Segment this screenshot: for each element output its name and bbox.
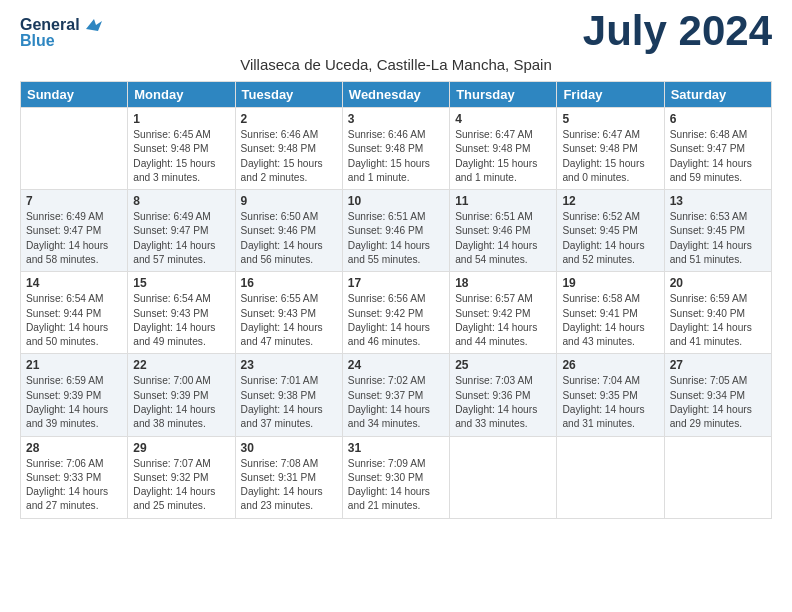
- day-number: 15: [133, 276, 229, 290]
- calendar-day-cell: 12Sunrise: 6:52 AM Sunset: 9:45 PM Dayli…: [557, 190, 664, 272]
- day-info: Sunrise: 6:51 AM Sunset: 9:46 PM Dayligh…: [348, 210, 444, 267]
- day-info: Sunrise: 6:52 AM Sunset: 9:45 PM Dayligh…: [562, 210, 658, 267]
- day-number: 26: [562, 358, 658, 372]
- calendar-day-cell: 30Sunrise: 7:08 AM Sunset: 9:31 PM Dayli…: [235, 436, 342, 518]
- calendar-day-cell: 28Sunrise: 7:06 AM Sunset: 9:33 PM Dayli…: [21, 436, 128, 518]
- logo-text-blue: Blue: [20, 32, 104, 50]
- calendar-week-row: 7Sunrise: 6:49 AM Sunset: 9:47 PM Daylig…: [21, 190, 772, 272]
- calendar-day-cell: 17Sunrise: 6:56 AM Sunset: 9:42 PM Dayli…: [342, 272, 449, 354]
- day-info: Sunrise: 7:07 AM Sunset: 9:32 PM Dayligh…: [133, 457, 229, 514]
- day-info: Sunrise: 7:04 AM Sunset: 9:35 PM Dayligh…: [562, 374, 658, 431]
- day-info: Sunrise: 6:49 AM Sunset: 9:47 PM Dayligh…: [26, 210, 122, 267]
- day-info: Sunrise: 6:54 AM Sunset: 9:43 PM Dayligh…: [133, 292, 229, 349]
- day-info: Sunrise: 7:00 AM Sunset: 9:39 PM Dayligh…: [133, 374, 229, 431]
- calendar-day-cell: 1Sunrise: 6:45 AM Sunset: 9:48 PM Daylig…: [128, 108, 235, 190]
- calendar-day-cell: 11Sunrise: 6:51 AM Sunset: 9:46 PM Dayli…: [450, 190, 557, 272]
- location-title: Villaseca de Uceda, Castille-La Mancha, …: [20, 56, 772, 73]
- day-number: 14: [26, 276, 122, 290]
- day-number: 27: [670, 358, 766, 372]
- day-number: 25: [455, 358, 551, 372]
- calendar-day-cell: 13Sunrise: 6:53 AM Sunset: 9:45 PM Dayli…: [664, 190, 771, 272]
- day-number: 4: [455, 112, 551, 126]
- weekday-header-thursday: Thursday: [450, 82, 557, 108]
- day-info: Sunrise: 6:49 AM Sunset: 9:47 PM Dayligh…: [133, 210, 229, 267]
- day-info: Sunrise: 7:01 AM Sunset: 9:38 PM Dayligh…: [241, 374, 337, 431]
- day-info: Sunrise: 6:53 AM Sunset: 9:45 PM Dayligh…: [670, 210, 766, 267]
- calendar-day-cell: 8Sunrise: 6:49 AM Sunset: 9:47 PM Daylig…: [128, 190, 235, 272]
- day-info: Sunrise: 6:58 AM Sunset: 9:41 PM Dayligh…: [562, 292, 658, 349]
- calendar-day-cell: 7Sunrise: 6:49 AM Sunset: 9:47 PM Daylig…: [21, 190, 128, 272]
- calendar-week-row: 1Sunrise: 6:45 AM Sunset: 9:48 PM Daylig…: [21, 108, 772, 190]
- day-info: Sunrise: 6:46 AM Sunset: 9:48 PM Dayligh…: [348, 128, 444, 185]
- day-number: 12: [562, 194, 658, 208]
- day-number: 24: [348, 358, 444, 372]
- svg-marker-0: [86, 19, 102, 31]
- calendar-header-row: SundayMondayTuesdayWednesdayThursdayFrid…: [21, 82, 772, 108]
- day-info: Sunrise: 6:45 AM Sunset: 9:48 PM Dayligh…: [133, 128, 229, 185]
- calendar-day-cell: 31Sunrise: 7:09 AM Sunset: 9:30 PM Dayli…: [342, 436, 449, 518]
- calendar-day-cell: 18Sunrise: 6:57 AM Sunset: 9:42 PM Dayli…: [450, 272, 557, 354]
- day-info: Sunrise: 6:59 AM Sunset: 9:39 PM Dayligh…: [26, 374, 122, 431]
- calendar-day-cell: 9Sunrise: 6:50 AM Sunset: 9:46 PM Daylig…: [235, 190, 342, 272]
- weekday-header-wednesday: Wednesday: [342, 82, 449, 108]
- day-info: Sunrise: 7:06 AM Sunset: 9:33 PM Dayligh…: [26, 457, 122, 514]
- calendar-table: SundayMondayTuesdayWednesdayThursdayFrid…: [20, 81, 772, 519]
- day-number: 1: [133, 112, 229, 126]
- day-number: 30: [241, 441, 337, 455]
- day-number: 19: [562, 276, 658, 290]
- day-number: 31: [348, 441, 444, 455]
- calendar-day-cell: 2Sunrise: 6:46 AM Sunset: 9:48 PM Daylig…: [235, 108, 342, 190]
- weekday-header-friday: Friday: [557, 82, 664, 108]
- day-info: Sunrise: 7:09 AM Sunset: 9:30 PM Dayligh…: [348, 457, 444, 514]
- calendar-day-cell: 26Sunrise: 7:04 AM Sunset: 9:35 PM Dayli…: [557, 354, 664, 436]
- calendar-day-cell: 29Sunrise: 7:07 AM Sunset: 9:32 PM Dayli…: [128, 436, 235, 518]
- day-info: Sunrise: 7:03 AM Sunset: 9:36 PM Dayligh…: [455, 374, 551, 431]
- day-info: Sunrise: 6:55 AM Sunset: 9:43 PM Dayligh…: [241, 292, 337, 349]
- calendar-day-cell: 25Sunrise: 7:03 AM Sunset: 9:36 PM Dayli…: [450, 354, 557, 436]
- day-number: 13: [670, 194, 766, 208]
- weekday-header-tuesday: Tuesday: [235, 82, 342, 108]
- calendar-day-cell: 23Sunrise: 7:01 AM Sunset: 9:38 PM Dayli…: [235, 354, 342, 436]
- day-number: 7: [26, 194, 122, 208]
- month-title: July 2024: [583, 10, 772, 52]
- calendar-day-cell: 10Sunrise: 6:51 AM Sunset: 9:46 PM Dayli…: [342, 190, 449, 272]
- calendar-day-cell: 19Sunrise: 6:58 AM Sunset: 9:41 PM Dayli…: [557, 272, 664, 354]
- day-number: 29: [133, 441, 229, 455]
- day-number: 8: [133, 194, 229, 208]
- calendar-day-cell: 16Sunrise: 6:55 AM Sunset: 9:43 PM Dayli…: [235, 272, 342, 354]
- day-number: 10: [348, 194, 444, 208]
- day-number: 18: [455, 276, 551, 290]
- day-info: Sunrise: 6:50 AM Sunset: 9:46 PM Dayligh…: [241, 210, 337, 267]
- calendar-day-cell: 24Sunrise: 7:02 AM Sunset: 9:37 PM Dayli…: [342, 354, 449, 436]
- day-info: Sunrise: 6:48 AM Sunset: 9:47 PM Dayligh…: [670, 128, 766, 185]
- day-number: 17: [348, 276, 444, 290]
- day-number: 21: [26, 358, 122, 372]
- day-info: Sunrise: 6:47 AM Sunset: 9:48 PM Dayligh…: [562, 128, 658, 185]
- calendar-day-cell: 15Sunrise: 6:54 AM Sunset: 9:43 PM Dayli…: [128, 272, 235, 354]
- logo: General Blue: [20, 16, 104, 49]
- day-number: 28: [26, 441, 122, 455]
- calendar-day-cell: 3Sunrise: 6:46 AM Sunset: 9:48 PM Daylig…: [342, 108, 449, 190]
- calendar-week-row: 21Sunrise: 6:59 AM Sunset: 9:39 PM Dayli…: [21, 354, 772, 436]
- logo-bird-icon: [82, 17, 104, 33]
- calendar-day-cell: 22Sunrise: 7:00 AM Sunset: 9:39 PM Dayli…: [128, 354, 235, 436]
- calendar-week-row: 28Sunrise: 7:06 AM Sunset: 9:33 PM Dayli…: [21, 436, 772, 518]
- day-info: Sunrise: 6:47 AM Sunset: 9:48 PM Dayligh…: [455, 128, 551, 185]
- day-number: 22: [133, 358, 229, 372]
- day-info: Sunrise: 6:57 AM Sunset: 9:42 PM Dayligh…: [455, 292, 551, 349]
- day-number: 3: [348, 112, 444, 126]
- calendar-day-cell: 4Sunrise: 6:47 AM Sunset: 9:48 PM Daylig…: [450, 108, 557, 190]
- day-number: 6: [670, 112, 766, 126]
- calendar-day-cell: 5Sunrise: 6:47 AM Sunset: 9:48 PM Daylig…: [557, 108, 664, 190]
- day-number: 5: [562, 112, 658, 126]
- calendar-week-row: 14Sunrise: 6:54 AM Sunset: 9:44 PM Dayli…: [21, 272, 772, 354]
- day-info: Sunrise: 6:51 AM Sunset: 9:46 PM Dayligh…: [455, 210, 551, 267]
- empty-cell: [557, 436, 664, 518]
- day-info: Sunrise: 6:56 AM Sunset: 9:42 PM Dayligh…: [348, 292, 444, 349]
- day-info: Sunrise: 7:02 AM Sunset: 9:37 PM Dayligh…: [348, 374, 444, 431]
- day-number: 9: [241, 194, 337, 208]
- day-number: 23: [241, 358, 337, 372]
- day-info: Sunrise: 6:59 AM Sunset: 9:40 PM Dayligh…: [670, 292, 766, 349]
- weekday-header-monday: Monday: [128, 82, 235, 108]
- calendar-day-cell: 14Sunrise: 6:54 AM Sunset: 9:44 PM Dayli…: [21, 272, 128, 354]
